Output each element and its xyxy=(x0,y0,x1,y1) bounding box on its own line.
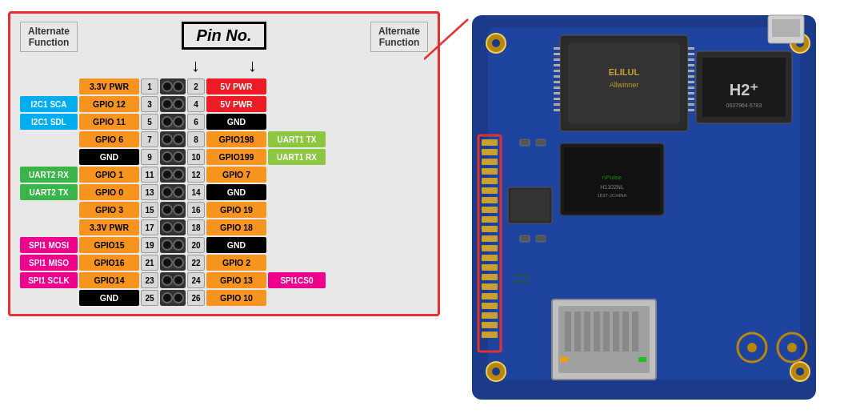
svg-text:H2⁺: H2⁺ xyxy=(730,81,759,98)
svg-point-96 xyxy=(520,274,523,277)
left-alt-cell: SPI1 MOSI xyxy=(20,237,78,253)
svg-rect-63 xyxy=(482,312,498,319)
svg-text:Allwinner: Allwinner xyxy=(610,81,639,89)
svg-rect-21 xyxy=(554,75,560,78)
right-gpio-cell: GND xyxy=(206,114,266,130)
svg-point-88 xyxy=(747,343,757,352)
left-pin-num: 7 xyxy=(141,131,158,147)
right-alt-cell xyxy=(268,184,326,200)
svg-line-0 xyxy=(424,19,468,59)
svg-rect-19 xyxy=(554,64,560,66)
left-gpio-cell: GPIO 1 xyxy=(79,167,139,183)
svg-rect-30 xyxy=(688,58,694,61)
board-image: ELILUL Allwinner xyxy=(456,11,824,404)
right-alt-cell xyxy=(268,290,326,306)
right-alt-cell xyxy=(268,114,326,130)
svg-rect-53 xyxy=(482,216,498,223)
left-alt-cell xyxy=(20,290,78,306)
pin-dot-left xyxy=(163,82,171,90)
left-pin-num: 15 xyxy=(141,202,158,218)
board-svg: ELILUL Allwinner xyxy=(456,11,824,404)
left-pin-num: 23 xyxy=(141,272,158,288)
right-alt-cell: UART1 RX xyxy=(268,149,326,165)
right-pin-num: 26 xyxy=(187,290,205,306)
svg-rect-48 xyxy=(482,168,498,175)
svg-rect-94 xyxy=(536,235,546,242)
svg-rect-18 xyxy=(554,58,560,61)
right-alt-header: AlternateFunction xyxy=(370,22,428,53)
left-gpio-cell: GPIO 0 xyxy=(79,184,139,200)
svg-rect-58 xyxy=(482,264,498,271)
right-alt-cell xyxy=(268,78,326,94)
pin-row: SPI1 MOSIGPIO151920GND xyxy=(20,237,428,253)
svg-rect-31 xyxy=(688,64,694,66)
svg-rect-67 xyxy=(510,190,550,221)
pin-dot-right xyxy=(174,82,182,90)
pin-row: UART2 RXGPIO 11112GPIO 7 xyxy=(20,167,428,183)
svg-rect-39 xyxy=(688,109,694,111)
svg-rect-29 xyxy=(688,53,694,55)
right-arrow: ↓ xyxy=(248,55,257,76)
right-gpio-cell: 5V PWR xyxy=(206,78,266,94)
pin-dot-right xyxy=(174,241,182,249)
left-alt-header: AlternateFunction xyxy=(20,22,78,53)
pin-connector xyxy=(160,255,186,271)
right-alt-cell xyxy=(268,219,326,235)
svg-rect-33 xyxy=(688,75,694,78)
svg-rect-27 xyxy=(554,109,560,111)
connector-lines xyxy=(424,11,472,171)
pin-dot-left xyxy=(163,188,171,196)
svg-rect-86 xyxy=(772,19,800,37)
svg-rect-93 xyxy=(520,235,530,242)
svg-rect-54 xyxy=(482,226,498,232)
right-gpio-cell: GND xyxy=(206,184,266,200)
pin-row: I2C1 SCAGPIO 12345V PWR xyxy=(20,96,428,112)
svg-text:1637-JCHINA: 1637-JCHINA xyxy=(597,193,626,198)
svg-rect-17 xyxy=(554,53,560,55)
right-gpio-cell: GPIO 10 xyxy=(206,290,266,306)
left-pin-num: 25 xyxy=(141,290,158,306)
svg-point-97 xyxy=(526,274,529,277)
right-alt-cell xyxy=(268,96,326,112)
right-alt-cell xyxy=(268,255,326,271)
right-pin-num: 24 xyxy=(187,272,205,288)
right-pin-num: 4 xyxy=(187,96,205,112)
svg-rect-45 xyxy=(482,139,498,146)
pin-dot-right xyxy=(174,294,182,302)
left-gpio-cell: GPIO15 xyxy=(79,237,139,253)
pin-dot-left xyxy=(163,294,171,302)
svg-rect-25 xyxy=(554,98,560,100)
right-pin-num: 12 xyxy=(187,167,205,183)
pin-dot-left xyxy=(163,259,171,267)
pin-row: SPI1 MISOGPIO162122GPIO 2 xyxy=(20,255,428,271)
main-container: AlternateFunction Pin No. AlternateFunct… xyxy=(8,11,860,404)
pin-connector xyxy=(160,202,186,218)
svg-rect-78 xyxy=(594,312,600,352)
svg-rect-16 xyxy=(554,47,560,50)
svg-rect-82 xyxy=(632,312,638,352)
pin-dot-left xyxy=(163,241,171,249)
pin-row: GND910GPIO199UART1 RX xyxy=(20,149,428,165)
svg-point-99 xyxy=(520,280,523,283)
svg-rect-55 xyxy=(482,235,498,242)
svg-rect-34 xyxy=(688,81,694,83)
svg-rect-49 xyxy=(482,178,498,184)
left-arrow: ↓ xyxy=(191,55,200,76)
left-alt-cell xyxy=(20,219,78,235)
pin-connector xyxy=(160,184,186,200)
left-alt-cell xyxy=(20,78,78,94)
left-alt-cell: I2C1 SDL xyxy=(20,114,78,130)
pin-row: 3.3V PWR125V PWR xyxy=(20,78,428,94)
left-gpio-cell: GPIO 6 xyxy=(79,131,139,147)
left-pin-num: 3 xyxy=(141,96,158,112)
right-pin-num: 14 xyxy=(187,184,205,200)
pin-connector xyxy=(160,78,186,94)
pin-dot-right xyxy=(174,223,182,231)
right-pin-num: 16 xyxy=(187,202,205,218)
left-pin-num: 5 xyxy=(141,114,158,130)
left-pin-num: 17 xyxy=(141,219,158,235)
svg-rect-65 xyxy=(482,332,498,338)
svg-point-11 xyxy=(796,368,804,376)
svg-rect-92 xyxy=(536,139,546,146)
svg-rect-38 xyxy=(688,103,694,106)
